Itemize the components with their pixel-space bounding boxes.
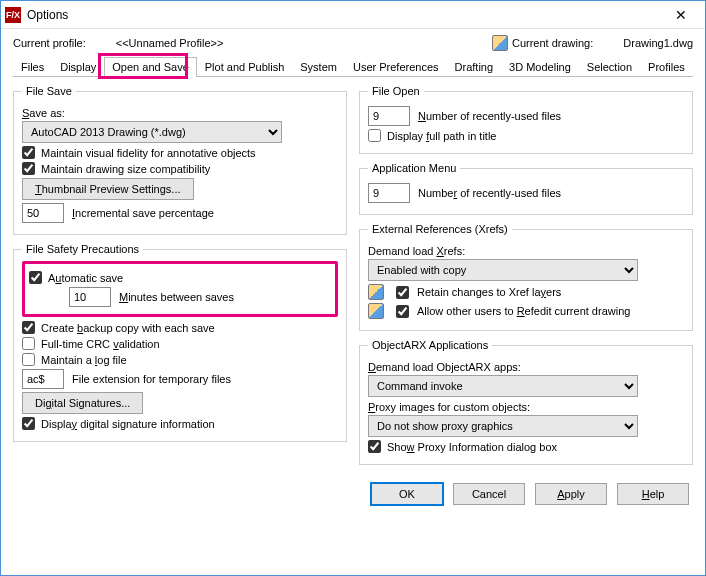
appmenu-recent-input[interactable] — [368, 183, 410, 203]
file-save-group: File Save Save as: AutoCAD 2013 Drawing … — [13, 85, 347, 235]
full-path-row[interactable]: Display full path in title — [368, 129, 684, 142]
file-save-legend: File Save — [22, 85, 76, 97]
tab-selection[interactable]: Selection — [579, 57, 640, 76]
digital-signatures-button[interactable]: Digital Signatures... — [22, 392, 143, 414]
tab-profiles[interactable]: Profiles — [640, 57, 693, 76]
application-menu-legend: Application Menu — [368, 162, 460, 174]
current-drawing-label: Current drawing: — [512, 37, 593, 49]
full-path-checkbox[interactable] — [368, 129, 381, 142]
tab-files[interactable]: Files — [13, 57, 52, 76]
maintain-size-row[interactable]: Maintain drawing size compatibility — [22, 162, 338, 175]
file-open-legend: File Open — [368, 85, 424, 97]
crc-row[interactable]: Full-time CRC validation — [22, 337, 338, 350]
tab-strip: Files Display Open and Save Plot and Pub… — [13, 57, 693, 77]
create-backup-row[interactable]: Create backup copy with each save — [22, 321, 338, 334]
drawing-icon — [368, 284, 384, 300]
show-proxy-row[interactable]: Show Proxy Information dialog box — [368, 440, 684, 453]
drawing-icon — [492, 35, 508, 51]
help-button[interactable]: Help — [617, 483, 689, 505]
file-safety-legend: File Safety Precautions — [22, 243, 143, 255]
retain-xref-checkbox[interactable] — [396, 286, 409, 299]
apply-button[interactable]: Apply — [535, 483, 607, 505]
proxy-images-select[interactable]: Do not show proxy graphics — [368, 415, 638, 437]
objectarx-group: ObjectARX Applications Demand load Objec… — [359, 339, 693, 465]
current-profile-label: Current profile: — [13, 37, 86, 49]
dialog-footer: OK Cancel Apply Help — [1, 473, 705, 515]
close-button[interactable]: ✕ — [661, 7, 701, 23]
autosave-highlight: Automatic save Minutes between saves — [22, 261, 338, 317]
current-profile-name: <<Unnamed Profile>> — [116, 37, 224, 49]
profile-row: Current profile: <<Unnamed Profile>> Cur… — [1, 29, 705, 53]
maintain-size-label: Maintain drawing size compatibility — [41, 163, 210, 175]
save-as-select[interactable]: AutoCAD 2013 Drawing (*.dwg) — [22, 121, 282, 143]
tab-drafting[interactable]: Drafting — [447, 57, 502, 76]
log-file-row[interactable]: Maintain a log file — [22, 353, 338, 366]
file-open-group: File Open Number of recently-used files … — [359, 85, 693, 154]
file-open-recent-input[interactable] — [368, 106, 410, 126]
thumbnail-preview-button[interactable]: Thumbnail Preview Settings... — [22, 178, 194, 200]
tab-user-preferences[interactable]: User Preferences — [345, 57, 447, 76]
objectarx-legend: ObjectARX Applications — [368, 339, 492, 351]
tab-system[interactable]: System — [292, 57, 345, 76]
crc-checkbox[interactable] — [22, 337, 35, 350]
maintain-fidelity-label: Maintain visual fidelity for annotative … — [41, 147, 256, 159]
maintain-fidelity-row[interactable]: Maintain visual fidelity for annotative … — [22, 146, 338, 159]
tab-display[interactable]: Display — [52, 57, 104, 76]
drawing-icon — [368, 303, 384, 319]
automatic-save-row[interactable]: Automatic save — [29, 271, 331, 284]
automatic-save-checkbox[interactable] — [29, 271, 42, 284]
cancel-button[interactable]: Cancel — [453, 483, 525, 505]
temp-file-ext-label: File extension for temporary files — [72, 373, 231, 385]
create-backup-checkbox[interactable] — [22, 321, 35, 334]
title-bar: F/X Options ✕ — [1, 1, 705, 29]
log-file-checkbox[interactable] — [22, 353, 35, 366]
xrefs-group: External References (Xrefs) Demand load … — [359, 223, 693, 331]
xrefs-legend: External References (Xrefs) — [368, 223, 512, 235]
tab-3d-modeling[interactable]: 3D Modeling — [501, 57, 579, 76]
content-area: File Save Save as: AutoCAD 2013 Drawing … — [1, 77, 705, 473]
window-title: Options — [27, 8, 661, 22]
file-safety-group: File Safety Precautions Automatic save M… — [13, 243, 347, 442]
maintain-fidelity-checkbox[interactable] — [22, 146, 35, 159]
tab-plot-and-publish[interactable]: Plot and Publish — [197, 57, 293, 76]
maintain-size-checkbox[interactable] — [22, 162, 35, 175]
display-signature-checkbox[interactable] — [22, 417, 35, 430]
show-proxy-checkbox[interactable] — [368, 440, 381, 453]
app-icon: F/X — [5, 7, 21, 23]
display-signature-row[interactable]: Display digital signature information — [22, 417, 338, 430]
tab-open-and-save[interactable]: Open and Save — [104, 57, 196, 77]
right-column: File Open Number of recently-used files … — [359, 85, 693, 473]
current-drawing-name: Drawing1.dwg — [623, 37, 693, 49]
application-menu-group: Application Menu Number of recently-used… — [359, 162, 693, 215]
temp-file-ext-input[interactable] — [22, 369, 64, 389]
demand-load-arx-select[interactable]: Command invoke — [368, 375, 638, 397]
minutes-between-saves-input[interactable] — [69, 287, 111, 307]
ok-button[interactable]: OK — [371, 483, 443, 505]
incremental-save-input[interactable] — [22, 203, 64, 223]
allow-refedit-checkbox[interactable] — [396, 305, 409, 318]
demand-load-xrefs-select[interactable]: Enabled with copy — [368, 259, 638, 281]
left-column: File Save Save as: AutoCAD 2013 Drawing … — [13, 85, 347, 473]
